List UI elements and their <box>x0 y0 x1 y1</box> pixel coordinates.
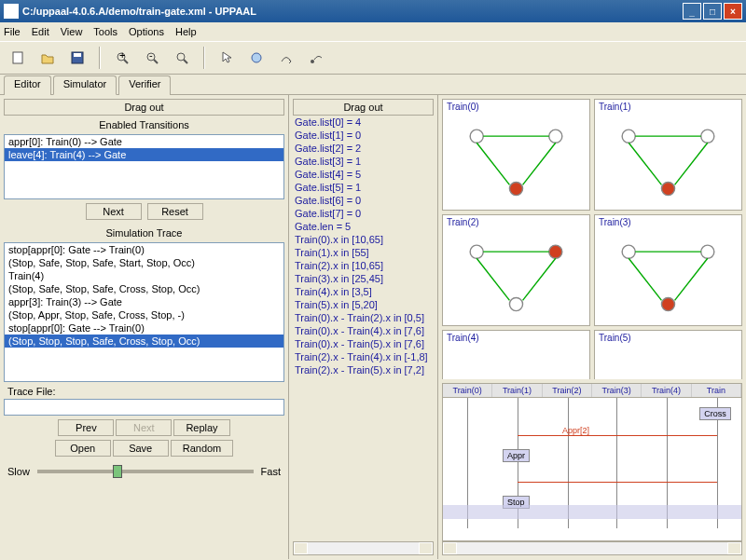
menu-tools[interactable]: Tools <box>93 26 117 37</box>
var-item: Train(3).x in [25,45] <box>293 272 434 285</box>
save-button[interactable]: Save <box>113 440 169 457</box>
var-item: Train(0).x - Train(2).x in [0,5] <box>293 311 434 324</box>
next-button[interactable]: Next <box>86 203 142 220</box>
menu-options[interactable]: Options <box>129 26 164 37</box>
msc-column: Train <box>692 384 741 397</box>
prev-button[interactable]: Prev <box>58 419 114 436</box>
replay-button[interactable]: Replay <box>173 419 229 436</box>
transitions-list[interactable]: appr[0]: Train(0) --> Gate leave[4]: Tra… <box>4 134 284 199</box>
trace-item[interactable]: (Stop, Safe, Stop, Safe, Cross, Stop, Oc… <box>5 282 283 295</box>
reset-button[interactable]: Reset <box>147 203 203 220</box>
variables-panel: Drag out Gate.list[0] = 4 Gate.list[1] =… <box>289 95 438 559</box>
var-item: Gate.list[2] = 2 <box>293 142 434 155</box>
msc-arrow <box>518 435 717 436</box>
drag-out-left[interactable]: Drag out <box>4 99 284 116</box>
close-button[interactable]: × <box>724 3 742 20</box>
minimize-button[interactable]: _ <box>683 3 701 20</box>
left-panel: Drag out Enabled Transitions appr[0]: Tr… <box>0 95 289 559</box>
var-item: Gate.list[1] = 0 <box>293 129 434 142</box>
msc-panel[interactable]: Train(0) Train(1) Train(2) Train(3) Trai… <box>442 383 742 541</box>
automata-grid[interactable]: Train(0) Train(1) Train(2) Train(3) Trai… <box>442 99 742 379</box>
svg-point-11 <box>252 53 261 62</box>
automaton-title: Train(3) <box>599 217 631 227</box>
menu-view[interactable]: View <box>61 26 83 37</box>
var-item: Train(1).x in [55] <box>293 246 434 259</box>
next2-button[interactable]: Next <box>116 419 172 436</box>
msc-highlight <box>443 505 741 519</box>
open-icon[interactable] <box>35 46 60 70</box>
automaton-view[interactable]: Train(3) <box>594 214 742 326</box>
var-item: Train(2).x - Train(4).x in [-1,8] <box>293 350 434 363</box>
toolbar: + - <box>0 41 746 75</box>
menu-edit[interactable]: Edit <box>32 26 49 37</box>
zoom-in-icon[interactable]: + <box>110 46 134 70</box>
trace-item[interactable]: appr[3]: Train(3) --> Gate <box>5 295 283 308</box>
msc-column: Train(2) <box>543 384 592 397</box>
menu-help[interactable]: Help <box>175 26 197 37</box>
svg-point-14 <box>549 130 562 143</box>
transition-item[interactable]: leave[4]: Train(4) --> Gate <box>5 148 283 161</box>
msc-column: Train(0) <box>443 384 492 397</box>
right-panel: Train(0) Train(1) Train(2) Train(3) Trai… <box>438 95 746 559</box>
trace-item[interactable]: Train(4) <box>5 269 283 282</box>
transition-item[interactable]: appr[0]: Train(0) --> Gate <box>5 135 283 148</box>
automaton-view[interactable]: Train(1) <box>594 99 742 211</box>
titlebar: C:/uppaal-4.0.6.A/demo/train-gate.xml - … <box>0 0 746 22</box>
location-icon[interactable] <box>244 46 269 70</box>
svg-line-23 <box>629 143 661 184</box>
tab-editor[interactable]: Editor <box>4 75 51 95</box>
automaton-view[interactable]: Train(5) <box>594 330 742 379</box>
nail-icon[interactable] <box>304 46 328 70</box>
trace-item[interactable]: stop[appr[0]: Gate --> Train(0) <box>5 243 283 256</box>
zoom-fit-icon[interactable] <box>170 46 194 70</box>
automaton-view[interactable]: Train(4) <box>442 330 590 379</box>
var-item: Train(4).x in [3,5] <box>293 285 434 298</box>
var-item: Gate.list[7] = 0 <box>293 207 434 220</box>
zoom-out-icon[interactable]: - <box>140 46 164 70</box>
svg-text:+: + <box>119 50 125 61</box>
drag-out-right[interactable]: Drag out <box>293 99 434 116</box>
svg-point-12 <box>311 60 314 63</box>
automaton-view[interactable]: Train(2) <box>442 214 590 326</box>
fast-label: Fast <box>261 466 281 477</box>
var-item: Train(0).x - Train(4).x in [7,6] <box>293 324 434 337</box>
var-item: Gate.list[4] = 5 <box>293 168 434 181</box>
var-item: Train(0).x in [10,65] <box>293 233 434 246</box>
slow-label: Slow <box>7 466 30 477</box>
automaton-title: Train(2) <box>447 217 479 227</box>
trace-file-input[interactable] <box>4 399 284 416</box>
trace-item[interactable]: (Stop, Stop, Stop, Safe, Cross, Stop, Oc… <box>5 335 283 348</box>
tab-verifier[interactable]: Verifier <box>118 75 171 95</box>
maximize-button[interactable]: □ <box>703 3 722 20</box>
trace-item[interactable]: (Stop, Safe, Stop, Safe, Start, Stop, Oc… <box>5 256 283 269</box>
msc-header: Train(0) Train(1) Train(2) Train(3) Trai… <box>443 384 741 398</box>
new-icon[interactable] <box>6 46 30 70</box>
trace-item[interactable]: stop[appr[0]: Gate --> Train(0) <box>5 321 283 335</box>
variables-scrollbar[interactable] <box>293 541 434 555</box>
open-button[interactable]: Open <box>55 440 111 457</box>
variables-list[interactable]: Gate.list[0] = 4 Gate.list[1] = 0 Gate.l… <box>293 116 434 541</box>
tab-bar: Editor Simulator Verifier <box>0 75 746 95</box>
tab-simulator[interactable]: Simulator <box>53 75 117 95</box>
svg-line-17 <box>477 143 509 184</box>
msc-scrollbar[interactable] <box>442 541 742 555</box>
var-item: Train(0).x - Train(5).x in [7,6] <box>293 337 434 350</box>
svg-line-35 <box>629 258 661 300</box>
trace-list[interactable]: stop[appr[0]: Gate --> Train(0) (Stop, S… <box>4 242 284 382</box>
random-button[interactable]: Random <box>171 440 234 457</box>
var-item: Train(2).x - Train(5).x in [7,2] <box>293 363 434 376</box>
automaton-view[interactable]: Train(0) <box>442 99 590 211</box>
trace-item[interactable]: (Stop, Appr, Stop, Safe, Cross, Stop, -) <box>5 308 283 321</box>
menu-file[interactable]: File <box>4 26 21 37</box>
svg-line-10 <box>184 60 187 63</box>
svg-point-25 <box>470 245 483 258</box>
edge-icon[interactable] <box>274 46 298 70</box>
svg-rect-0 <box>13 52 22 63</box>
save-icon[interactable] <box>65 46 90 70</box>
select-icon[interactable] <box>214 46 239 70</box>
msc-body: Cross Appr[2] Appr Stop <box>443 398 741 528</box>
svg-point-20 <box>701 130 714 143</box>
speed-slider[interactable] <box>37 470 254 473</box>
automaton-title: Train(1) <box>599 102 631 112</box>
var-item: Gate.list[6] = 0 <box>293 194 434 207</box>
